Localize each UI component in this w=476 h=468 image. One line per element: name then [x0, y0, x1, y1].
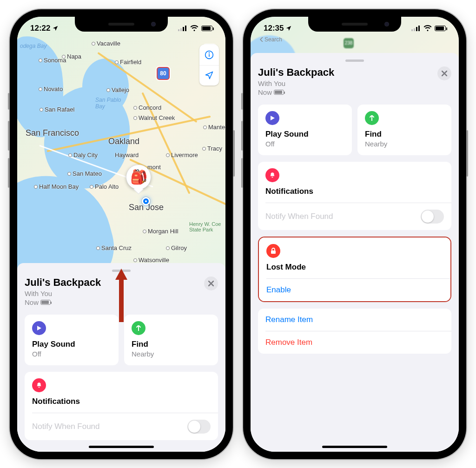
city-label: Morgan Hill: [143, 228, 178, 235]
notify-toggle[interactable]: [421, 210, 444, 224]
bell-icon: [32, 378, 46, 392]
location-icon: [285, 25, 292, 32]
map-info-button[interactable]: [199, 45, 219, 65]
item-battery-icon: [274, 90, 284, 95]
row-label: Enable: [266, 285, 291, 295]
sheet-status: With You: [25, 290, 52, 297]
back-to-search[interactable]: Search: [260, 36, 282, 43]
card-title: Find: [132, 340, 211, 349]
city-label: Gilroy: [166, 244, 187, 251]
card-title: Notifications: [32, 397, 211, 406]
city-label: Sonoma: [39, 57, 66, 64]
find-card[interactable]: Find Nearby: [124, 315, 218, 365]
sheet-title: Juli's Backpack: [25, 277, 101, 289]
wifi-icon: [190, 25, 198, 31]
city-label: Santa Cruz: [96, 244, 132, 251]
play-sound-card[interactable]: Play Sound Off: [258, 105, 352, 155]
notify-when-found-row: Notify When Found: [258, 203, 451, 230]
status-time: 12:35: [264, 24, 284, 33]
close-icon: [208, 281, 214, 286]
locate-icon: [205, 71, 214, 80]
card-subtitle: Nearby: [365, 140, 444, 148]
location-icon: [52, 25, 59, 32]
city-label: San Francisco: [26, 128, 79, 138]
sheet-time: Now: [25, 298, 39, 306]
sheet-grabber[interactable]: [345, 59, 364, 62]
city-label: Tracy: [202, 145, 222, 152]
interstate-shield: 80: [157, 67, 170, 80]
city-label: Novato: [39, 86, 63, 92]
item-battery-icon: [40, 300, 51, 305]
device-notch: [308, 17, 401, 32]
card-title: Play Sound: [265, 130, 344, 139]
svg-rect-0: [178, 29, 179, 31]
svg-rect-10: [418, 26, 420, 31]
find-icon: [132, 321, 145, 335]
battery-icon: [435, 26, 446, 31]
notify-toggle[interactable]: [187, 420, 211, 434]
map-controls: [199, 45, 219, 86]
status-time: 12:22: [30, 24, 50, 33]
notifications-card: Notifications Notify When Found: [258, 162, 451, 230]
notifications-card: Notifications Notify When Found: [25, 372, 218, 440]
svg-rect-1: [180, 28, 182, 31]
back-label: Search: [264, 36, 282, 43]
card-title: Find: [365, 130, 444, 139]
map-locate-button[interactable]: [199, 65, 219, 86]
card-title: Notifications: [265, 187, 444, 196]
svg-point-5: [209, 52, 210, 53]
city-label: Oakland: [108, 137, 139, 146]
row-label: Notify When Found: [265, 212, 333, 221]
city-label: San Rafael: [40, 106, 74, 113]
svg-rect-7: [411, 29, 413, 31]
city-label: Livermore: [166, 152, 198, 158]
sheet-title: Juli's Backpack: [258, 66, 334, 79]
row-label: Remove Item: [265, 338, 312, 347]
city-label: Fairfield: [115, 59, 141, 66]
wifi-icon: [423, 25, 432, 31]
svg-rect-11: [271, 250, 276, 254]
home-indicator[interactable]: [322, 446, 387, 448]
chevron-left-icon: [260, 37, 264, 42]
notify-when-found-row: Notify When Found: [25, 413, 218, 440]
close-button[interactable]: [204, 277, 218, 290]
home-indicator[interactable]: [89, 446, 154, 448]
card-title: Play Sound: [32, 340, 111, 349]
city-label: Hayward: [115, 152, 139, 158]
bay-label: San Pablo Bay: [95, 97, 121, 110]
city-label: Vacaville: [92, 40, 120, 47]
play-sound-card[interactable]: Play Sound Off: [25, 315, 119, 365]
close-button[interactable]: [437, 66, 451, 80]
svg-rect-3: [185, 26, 186, 31]
sheet-status: With You: [258, 79, 285, 87]
city-label: Walnut Creek: [133, 114, 175, 121]
svg-rect-9: [416, 27, 417, 31]
city-label: San Mateo: [67, 170, 102, 177]
card-subtitle: Off: [32, 350, 111, 358]
device-notch: [75, 17, 168, 32]
current-location-dot: [142, 197, 150, 205]
item-pin[interactable]: 🎒: [126, 165, 151, 190]
find-icon: [365, 111, 379, 125]
card-subtitle: Off: [265, 140, 344, 148]
phone-right: 12:35 Search 238 Juli's Backpack: [243, 9, 466, 459]
card-subtitle: Nearby: [132, 350, 211, 358]
enable-lost-mode[interactable]: Enable: [259, 279, 450, 301]
phone-left: 12:22 odega Bay San Pablo Bay: [10, 9, 233, 459]
city-label: Concord: [133, 104, 161, 111]
city-label: Vallejo: [106, 86, 129, 93]
remove-item[interactable]: Remove Item: [258, 331, 451, 354]
play-icon: [32, 321, 46, 335]
bell-icon: [265, 168, 279, 182]
svg-rect-8: [414, 28, 415, 31]
find-card[interactable]: Find Nearby: [357, 105, 451, 155]
play-icon: [265, 111, 279, 125]
info-icon: [205, 50, 214, 59]
cellular-icon: [411, 26, 421, 31]
park-label: Henry W. Coe State Park: [189, 221, 221, 232]
rename-item[interactable]: Rename Item: [258, 309, 451, 331]
cellular-icon: [178, 26, 187, 31]
swipe-up-arrow-icon: [114, 269, 128, 326]
item-sheet[interactable]: Juli's Backpack With You Now: [251, 53, 459, 452]
city-label: Watsonville: [133, 257, 169, 264]
